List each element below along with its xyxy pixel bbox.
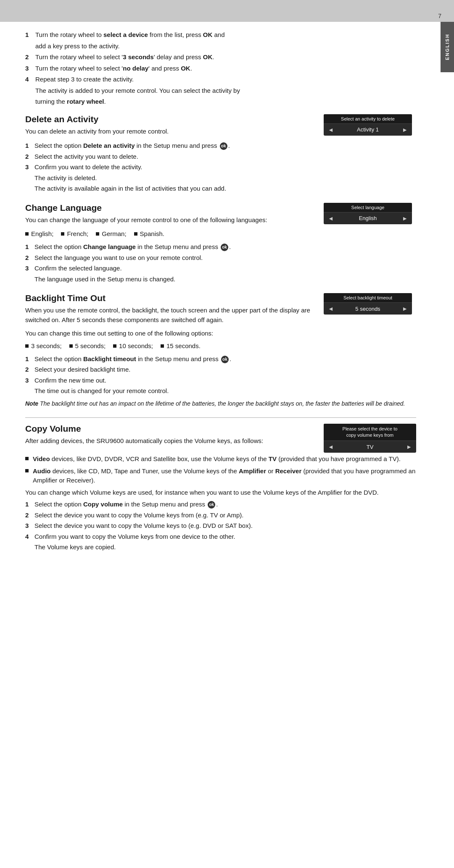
left-arrow-icon: ◄ — [328, 126, 334, 133]
ok-button-icon-4: ok — [208, 501, 215, 509]
copy-volume-ui-header: Please select the device to copy volume … — [324, 424, 416, 441]
backlight-ui: Select backlight timeout ◄ 5 seconds ► — [324, 293, 412, 315]
bullet-5sec: 5 seconds; — [69, 341, 106, 351]
copy-vol-step-3: 3 Select the device you want to copy the… — [25, 521, 416, 531]
change-language-steps: 1 Select the option Change language in t… — [25, 242, 416, 284]
copy-volume-layout: Copy Volume After adding devices, the SR… — [25, 424, 416, 453]
bullet-15sec-text: 15 seconds. — [166, 341, 201, 351]
page-number: 7 — [438, 13, 441, 19]
delete-step-3-cont2: The activity is available again in the l… — [34, 184, 416, 194]
copy-vol-header-line2: copy volume keys from — [346, 433, 393, 438]
step-4-cont2: turning the rotary wheel. — [35, 97, 416, 107]
delete-activity-value: Activity 1 — [334, 126, 402, 133]
intro-step-2: 2 Turn the rotary wheel to select '3 sec… — [25, 52, 416, 62]
lang-step-1-text: Select the option Change language in the… — [34, 242, 416, 252]
copy-vol-step-2: 2 Select the device you want to copy the… — [25, 511, 416, 520]
copy-vol-step-2-num: 2 — [25, 511, 34, 520]
intro-steps: 1 Turn the rotary wheel to select a devi… — [25, 30, 416, 107]
delete-step-3: 3 Confirm you want to delete the activit… — [25, 163, 416, 172]
bullet-sq-7 — [113, 344, 116, 348]
backlight-value: 5 seconds — [334, 306, 402, 312]
copy-volume-ui: Please select the device to copy volume … — [324, 424, 416, 453]
section-divider — [25, 417, 416, 418]
delete-activity-steps: 1 Select the option Delete an activity i… — [25, 141, 416, 194]
delete-activity-text: Delete an Activity You can delete an act… — [25, 114, 315, 139]
step-1-number: 1 — [25, 30, 35, 40]
backlight-step-3-cont: The time out is changed for your remote … — [34, 386, 416, 396]
copy-volume-middle-text: You can change which Volume keys are use… — [25, 488, 416, 498]
sidebar-english-label: ENGLISH — [441, 22, 454, 72]
step-2-text: Turn the rotary wheel to select '3 secon… — [35, 52, 416, 62]
delete-activity-mockup: Select an activity to delete ◄ Activity … — [324, 114, 416, 139]
bullet-english-text: English; — [31, 229, 53, 239]
change-language-intro: You can change the language of your remo… — [25, 215, 315, 225]
copy-vol-step-4-text: Confirm you want to copy the Volume keys… — [34, 532, 416, 542]
copy-volume-ui-row: ◄ TV ► — [324, 441, 416, 453]
copy-vol-step-1-text: Select the option Copy volume in the Set… — [34, 500, 416, 509]
delete-step-3-text: Confirm you want to delete the activity. — [34, 163, 416, 172]
copy-vol-step-4: 4 Confirm you want to copy the Volume ke… — [25, 532, 416, 542]
right-arrow-icon-3: ► — [402, 305, 408, 312]
bullet-square-icon-3 — [96, 232, 99, 236]
copy-vol-step-1-num: 1 — [25, 500, 34, 509]
backlight-note-text: The backlight time out has an impact on … — [40, 400, 405, 407]
step-4-number: 4 — [25, 75, 35, 84]
lang-step-1: 1 Select the option Change language in t… — [25, 242, 416, 252]
delete-step-3-num: 3 — [25, 163, 34, 172]
bullet-german-text: German; — [102, 229, 126, 239]
bullet-10sec: 10 seconds; — [113, 341, 153, 351]
delete-step-2-text: Select the activity you want to delete. — [34, 152, 416, 162]
audio-bullet-text: Audio devices, like CD, MD, Tape and Tun… — [33, 467, 416, 485]
lang-step-3-num: 3 — [25, 264, 34, 273]
backlight-step-2: 2 Select your desired backlight time. — [25, 365, 416, 375]
backlight-bullets: 3 seconds; 5 seconds; 10 seconds; 15 sec… — [25, 341, 416, 351]
bullet-french: French; — [61, 229, 88, 239]
copy-vol-header-line1: Please select the device to — [343, 426, 398, 431]
bullet-sq-9 — [25, 457, 29, 460]
bullet-15sec: 15 seconds. — [161, 341, 201, 351]
lang-step-2: 2 Select the language you want to use on… — [25, 253, 416, 263]
delete-activity-layout: Delete an Activity You can delete an act… — [25, 114, 416, 139]
ok-button-icon-3: ok — [221, 356, 229, 363]
ok-button-icon-2: ok — [221, 244, 228, 251]
bullet-sq-10 — [25, 469, 29, 472]
delete-activity-intro: You can delete an activity from your rem… — [25, 127, 315, 136]
ok-button-icon: ok — [220, 142, 227, 150]
left-arrow-icon-4: ◄ — [328, 443, 334, 450]
intro-step-3: 3 Turn the rotary wheel to select 'no de… — [25, 64, 416, 73]
backlight-text: Backlight Time Out When you use the remo… — [25, 293, 315, 327]
delete-step-1: 1 Select the option Delete an activity i… — [25, 141, 416, 151]
step-3-text: Turn the rotary wheel to select 'no dela… — [35, 64, 416, 73]
left-arrow-icon-2: ◄ — [328, 215, 334, 222]
backlight-step-1-num: 1 — [25, 354, 34, 364]
delete-activity-section: Delete an Activity You can delete an act… — [25, 114, 416, 194]
change-language-layout: Change Language You can change the langu… — [25, 203, 416, 228]
bullet-sq-5 — [25, 344, 29, 348]
intro-step-1: 1 Turn the rotary wheel to select a devi… — [25, 30, 416, 40]
bullet-sq-9-wrap — [25, 454, 33, 464]
copy-vol-step-3-num: 3 — [25, 521, 34, 531]
bullet-sq-6 — [69, 344, 73, 348]
change-language-ui-row: ◄ English ► — [324, 212, 412, 224]
backlight-mockup-col: Select backlight timeout ◄ 5 seconds ► — [324, 293, 416, 327]
bullet-spanish: Spanish. — [134, 229, 164, 239]
change-language-mockup: Select language ◄ English ► — [324, 203, 416, 228]
backlight-section: Backlight Time Out When you use the remo… — [25, 293, 416, 408]
backlight-note: Note The backlight time out has an impac… — [25, 399, 416, 408]
lang-step-2-num: 2 — [25, 253, 34, 263]
change-language-section: Change Language You can change the langu… — [25, 203, 416, 284]
bullet-square-icon-2 — [61, 232, 64, 236]
bullet-3sec: 3 seconds; — [25, 341, 62, 351]
video-bullet-text: Video devices, like DVD, DVDR, VCR and S… — [33, 454, 401, 464]
delete-activity-title: Delete an Activity — [25, 114, 315, 124]
left-arrow-icon-3: ◄ — [328, 305, 334, 312]
backlight-step-3-num: 3 — [25, 376, 34, 385]
bullet-10sec-text: 10 seconds; — [119, 341, 153, 351]
delete-activity-ui-row: ◄ Activity 1 ► — [324, 124, 412, 136]
backlight-intro1: When you use the remote control, the bac… — [25, 306, 315, 325]
backlight-step-3-text: Confirm the new time out. — [34, 376, 416, 385]
backlight-step-1: 1 Select the option Backlight timeout in… — [25, 354, 416, 364]
change-language-value: English — [334, 215, 402, 221]
backlight-title: Backlight Time Out — [25, 293, 315, 303]
step-1-continuation: add a key press to the activity. — [35, 42, 416, 51]
